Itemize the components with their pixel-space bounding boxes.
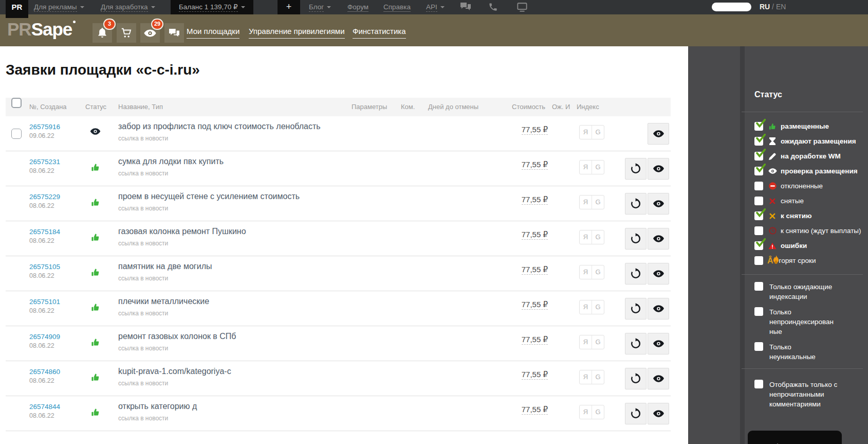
prsape-logo[interactable]: PRSape [7, 19, 76, 40]
notifications-bell-button[interactable]: 3 [93, 23, 112, 43]
menu-blog[interactable]: Блог [309, 0, 331, 14]
view-placement-button[interactable] [648, 123, 669, 145]
yandex-index-button[interactable]: Я [580, 335, 592, 349]
filter-checkbox[interactable] [754, 282, 763, 291]
language-switcher[interactable]: RU / EN [760, 0, 786, 14]
status-filter-item[interactable]: ошибки [688, 238, 868, 253]
request-title[interactable]: проем в несущей стене с усилением стоимо… [118, 192, 300, 201]
nav-finstats[interactable]: Финстатистика [353, 26, 406, 39]
status-filter-item[interactable]: Âгорят сроки [688, 253, 868, 268]
refresh-button[interactable] [625, 158, 647, 180]
refresh-button[interactable] [625, 403, 647, 424]
request-title[interactable]: сумка для лодки пвх купить [118, 157, 224, 166]
yandex-index-button[interactable]: Я [580, 230, 592, 244]
filter-submit-button[interactable]: Отфильтровать [748, 431, 842, 444]
filter-checkbox[interactable] [754, 122, 763, 131]
cart-button[interactable] [117, 23, 136, 43]
status-filter-item[interactable]: снятые [688, 193, 868, 208]
yandex-index-button[interactable]: Я [580, 370, 592, 384]
request-title[interactable]: плечики металлические [118, 297, 209, 306]
refresh-button[interactable] [625, 193, 647, 215]
request-id-link[interactable]: 26575101 [29, 298, 60, 306]
google-index-button[interactable]: G [592, 196, 604, 209]
refresh-button[interactable] [625, 298, 647, 319]
status-filter-item[interactable]: на доработке WM [688, 149, 868, 164]
yandex-index-button[interactable]: Я [580, 126, 592, 139]
view-placement-button[interactable] [648, 263, 669, 285]
google-index-button[interactable]: G [592, 126, 604, 139]
pr-logo-tab[interactable]: PR [6, 0, 28, 18]
view-placement-button[interactable] [648, 403, 669, 424]
request-price[interactable]: 77,55 ₽ [522, 405, 548, 415]
request-price[interactable]: 77,55 ₽ [522, 300, 548, 310]
status-filter-item[interactable]: ожидают размещения [688, 134, 868, 149]
status-filter-item[interactable]: к снятию [688, 208, 868, 223]
request-title[interactable]: забор из профлиста под ключ стоимость ле… [118, 122, 321, 131]
filter-checkbox[interactable] [754, 182, 763, 190]
filter-checkbox[interactable] [754, 137, 763, 146]
yandex-index-button[interactable]: Я [580, 300, 592, 314]
menu-api[interactable]: API [426, 0, 445, 14]
status-filter-item[interactable]: отклоненные [688, 179, 868, 193]
filter-checkbox[interactable] [754, 342, 763, 351]
menu-for-earning[interactable]: Для заработка [101, 0, 155, 14]
view-placement-button[interactable] [648, 333, 669, 354]
filter-checkbox[interactable] [754, 307, 763, 316]
request-title[interactable]: kupit-prava-1.com/kategoriya-c [118, 367, 231, 376]
request-title[interactable]: газовая колонка ремонт Пушкино [118, 227, 246, 236]
view-placement-button[interactable] [648, 158, 669, 180]
messages-button[interactable] [164, 23, 184, 43]
filter-checkbox[interactable] [754, 241, 763, 250]
filter-checkbox[interactable] [754, 226, 763, 235]
select-all-checkbox[interactable] [11, 98, 22, 108]
request-id-link[interactable]: 26574844 [29, 403, 60, 411]
google-index-button[interactable]: G [592, 370, 604, 384]
yandex-index-button[interactable]: Я [580, 265, 592, 279]
request-id-link[interactable]: 26574860 [29, 368, 60, 376]
extra-filter-item[interactable]: Только ожидающие индексации [688, 282, 868, 301]
request-id-link[interactable]: 26574909 [29, 333, 60, 341]
request-title[interactable]: ремонт газовых колонок в СПб [118, 332, 236, 341]
phone-icon[interactable] [488, 2, 500, 12]
menu-help[interactable]: Справка [383, 0, 411, 14]
view-placement-button[interactable] [648, 193, 669, 215]
filter-checkbox[interactable] [754, 167, 763, 175]
status-filter-item[interactable]: проверка размещения [688, 164, 868, 179]
nav-privileges[interactable]: Управление привилегиями [249, 26, 345, 39]
refresh-button[interactable] [625, 228, 647, 250]
view-placement-button[interactable] [648, 228, 669, 250]
yandex-index-button[interactable]: Я [580, 196, 592, 209]
status-filter-item[interactable]: размещенные [688, 119, 868, 134]
request-title[interactable]: открыть категорию д [118, 402, 197, 411]
google-index-button[interactable]: G [592, 335, 604, 349]
google-index-button[interactable]: G [592, 230, 604, 244]
refresh-button[interactable] [625, 333, 647, 354]
view-placement-button[interactable] [648, 298, 669, 319]
request-id-link[interactable]: 26575229 [29, 193, 60, 201]
filter-checkbox[interactable] [754, 256, 763, 265]
status-filter-item[interactable]: к снятию (ждут выплаты) [688, 223, 868, 238]
view-placement-button[interactable] [648, 368, 669, 389]
menu-for-advertisers[interactable]: Для рекламы [34, 0, 84, 14]
request-price[interactable]: 77,55 ₽ [522, 335, 548, 345]
request-price[interactable]: 77,55 ₽ [522, 125, 548, 135]
row-checkbox[interactable] [11, 129, 22, 139]
filter-checkbox[interactable] [754, 197, 763, 205]
monitor-icon[interactable] [516, 2, 528, 12]
refresh-button[interactable] [625, 263, 647, 285]
request-price[interactable]: 77,55 ₽ [522, 230, 548, 240]
filter-checkbox[interactable] [754, 211, 763, 220]
refresh-button[interactable] [625, 368, 647, 389]
extra-filter-item[interactable]: Только непроиндексированные [688, 307, 868, 336]
request-id-link[interactable]: 26575916 [29, 123, 60, 131]
add-button[interactable]: + [278, 0, 300, 14]
unread-comments-filter[interactable]: Отображать только с непрочитанными комме… [688, 380, 868, 409]
views-eye-button[interactable]: 29 [140, 23, 160, 43]
username-redacted[interactable] [712, 3, 751, 11]
google-index-button[interactable]: G [592, 265, 604, 279]
yandex-index-button[interactable]: Я [580, 405, 592, 419]
filter-checkbox[interactable] [754, 380, 763, 388]
nav-my-sites[interactable]: Мои площадки [187, 26, 239, 39]
request-id-link[interactable]: 26575184 [29, 228, 60, 236]
request-price[interactable]: 77,55 ₽ [522, 370, 548, 380]
